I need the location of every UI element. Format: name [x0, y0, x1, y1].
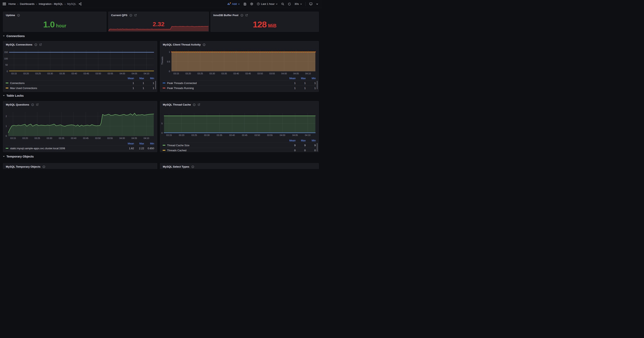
svg-text:03:40: 03:40 — [229, 134, 235, 136]
svg-text:03:15: 03:15 — [11, 72, 17, 75]
refresh-interval-label: 30s — [294, 3, 299, 6]
panel-title[interactable]: MySQL Connections — [6, 43, 32, 46]
connections-chart[interactable]: 03:1503:2003:2503:3003:3503:4003:4503:50… — [3, 49, 154, 76]
section-table-locks[interactable]: Table Locks — [2, 94, 24, 97]
info-icon[interactable] — [17, 14, 20, 17]
dashboard-settings-icon[interactable] — [250, 2, 253, 6]
time-range-picker[interactable]: Last 1 hour — [257, 3, 278, 6]
info-icon[interactable] — [192, 165, 194, 168]
panel-title[interactable]: Uptime — [6, 14, 15, 17]
info-icon[interactable] — [193, 103, 196, 106]
panel-title[interactable]: MySQL Client Thread Activity — [163, 43, 201, 46]
svg-text:03:55: 03:55 — [267, 134, 273, 136]
breadcrumb-item[interactable]: Dashboards — [20, 3, 34, 6]
svg-text:0: 0 — [7, 70, 8, 73]
external-link-icon[interactable] — [198, 103, 200, 106]
mysql-questions-panel[interactable]: MySQL Questions 03:1503:2003:2503:3003:3… — [3, 101, 157, 152]
panel-title[interactable]: MySQL Select Types — [163, 165, 190, 168]
refresh-interval-picker[interactable]: 30s — [294, 3, 302, 6]
legend-stat-header[interactable]: Max — [134, 142, 144, 145]
uptime-value: 1.0hour — [3, 20, 106, 30]
panel-title[interactable]: MySQL Questions — [6, 103, 29, 106]
legend-scrollbar[interactable] — [317, 81, 318, 89]
legend-row[interactable]: static:mysql.sample-apps.svc.cluster.loc… — [6, 146, 154, 151]
series-label[interactable]: Threads Cached — [167, 149, 286, 152]
legend-stat-header[interactable]: Min — [306, 77, 316, 80]
legend-row[interactable]: Connections111 — [6, 80, 154, 85]
section-temporary-objects[interactable]: Temporary Objects — [2, 155, 34, 158]
breadcrumb-item[interactable]: Integration - MySQL — [39, 3, 63, 6]
series-label[interactable]: Max Used Connections — [10, 87, 124, 90]
section-connections[interactable]: Connections — [2, 34, 25, 38]
info-icon[interactable] — [31, 103, 34, 106]
save-dashboard-icon[interactable] — [243, 3, 246, 6]
svg-text:04:00: 04:00 — [280, 134, 285, 136]
thread-cache-chart[interactable]: 03:1503:2003:2503:3003:3503:4003:4503:50… — [160, 112, 316, 137]
info-icon[interactable] — [240, 14, 243, 17]
panel-title[interactable]: Current QPS — [111, 14, 128, 17]
legend-row[interactable]: Threads Cached000 — [162, 148, 316, 153]
uptime-panel[interactable]: Uptime 1.0hour — [3, 12, 106, 32]
info-icon[interactable] — [203, 43, 206, 46]
legend-scrollbar[interactable] — [317, 143, 318, 151]
section-title: Temporary Objects — [6, 155, 34, 158]
series-label[interactable]: Connections — [10, 82, 124, 85]
legend-row[interactable]: Peak Threads Running111 — [162, 85, 316, 91]
panel-title[interactable]: MySQL Thread Cache — [163, 103, 191, 106]
series-label[interactable]: Peak Threads Connected — [167, 82, 286, 85]
chevron-down-icon[interactable] — [316, 3, 318, 5]
mysql-temporary-objects-panel[interactable]: MySQL Temporary Objects — [3, 163, 157, 169]
questions-chart[interactable]: 03:1503:2003:2503:3003:3503:4003:4503:50… — [3, 111, 154, 140]
add-button[interactable]: Add — [228, 2, 240, 6]
series-label[interactable]: Thread Cache Size — [167, 144, 286, 147]
panel-title[interactable]: MySQL Temporary Objects — [6, 165, 40, 168]
mysql-select-types-panel[interactable]: MySQL Select Types — [160, 163, 319, 169]
legend-stat-header[interactable]: Mean — [124, 142, 134, 145]
info-icon[interactable] — [42, 165, 45, 168]
refresh-icon[interactable] — [288, 3, 291, 6]
svg-text:04:00: 04:00 — [120, 72, 125, 75]
legend-stat-header[interactable]: Max — [134, 77, 144, 80]
legend-row[interactable]: Max Used Connections111 — [6, 85, 154, 91]
legend-stat-header[interactable]: Mean — [286, 77, 296, 80]
breadcrumb-item[interactable]: Home — [8, 3, 16, 6]
mysql-thread-cache-panel[interactable]: MySQL Thread Cache 03:1503:2003:2503:300… — [160, 101, 319, 152]
legend-stat-header[interactable]: Max — [296, 77, 306, 80]
series-stat-value: 1 — [134, 87, 144, 90]
current-qps-panel[interactable]: Current QPS 2.32 — [108, 12, 209, 32]
external-link-icon[interactable] — [36, 103, 39, 106]
nav-divider — [306, 2, 306, 6]
series-stat-value: 9 — [286, 144, 296, 147]
tv-mode-icon[interactable] — [309, 2, 312, 6]
info-icon[interactable] — [130, 14, 132, 17]
svg-text:0.5: 0.5 — [167, 61, 170, 63]
breadcrumb-item[interactable]: MySQL — [67, 3, 76, 6]
info-icon[interactable] — [34, 43, 37, 46]
external-link-icon[interactable] — [245, 14, 248, 17]
legend-scrollbar[interactable] — [155, 81, 156, 89]
mysql-connections-panel[interactable]: MySQL Connections 03:1503:2003:2503:3003… — [3, 41, 157, 92]
external-link-icon[interactable] — [134, 14, 137, 17]
svg-text:0: 0 — [6, 135, 7, 137]
series-label[interactable]: static:mysql.sample-apps.svc.cluster.loc… — [10, 147, 124, 150]
thread-activity-chart[interactable]: 03:1503:2003:2503:3003:3503:4003:4503:50… — [160, 49, 316, 76]
legend-stat-header[interactable]: Mean — [124, 77, 134, 80]
legend-stat-header[interactable]: Min — [306, 139, 316, 142]
zoom-out-icon[interactable] — [281, 3, 284, 6]
legend-stat-header[interactable]: Mean — [286, 139, 296, 142]
svg-text:03:55: 03:55 — [107, 137, 113, 139]
legend-stat-header[interactable]: Min — [144, 77, 154, 80]
panel-title[interactable]: InnoDB Buffer Pool — [213, 14, 238, 17]
share-icon[interactable] — [79, 3, 82, 6]
legend-row[interactable]: Peak Threads Connected111 — [162, 80, 316, 85]
breadcrumb-separator: › — [36, 3, 37, 6]
external-link-icon[interactable] — [39, 43, 42, 46]
legend-stat-header[interactable]: Min — [144, 142, 154, 145]
svg-text:03:15: 03:15 — [174, 72, 179, 75]
menu-icon[interactable] — [2, 3, 6, 5]
legend-stat-header[interactable]: Max — [296, 139, 306, 142]
series-label[interactable]: Peak Threads Running — [167, 87, 286, 90]
mysql-client-thread-activity-panel[interactable]: MySQL Client Thread Activity 03:1503:200… — [160, 41, 319, 92]
innodb-buffer-pool-panel[interactable]: InnoDB Buffer Pool 128MiB — [210, 12, 319, 32]
legend-row[interactable]: Thread Cache Size999 — [162, 143, 316, 148]
